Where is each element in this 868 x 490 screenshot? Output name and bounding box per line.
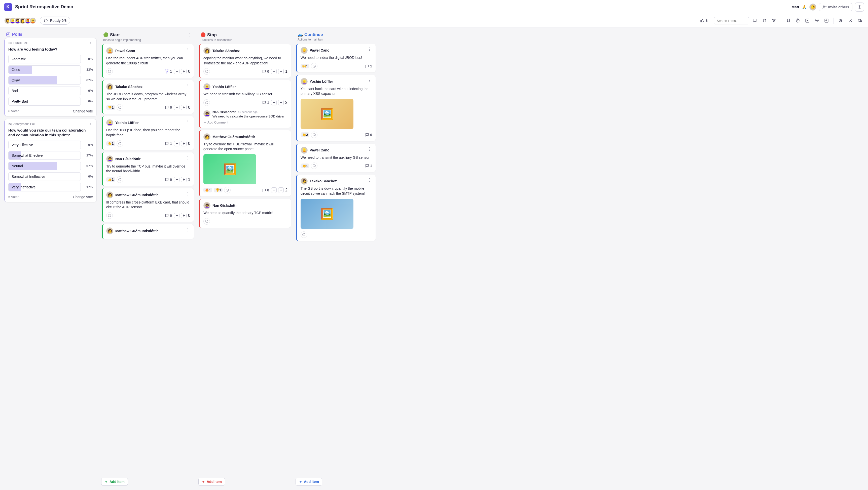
comment-count[interactable]: 0: [262, 188, 269, 192]
invite-others-button[interactable]: Invite others: [819, 3, 852, 11]
add-reaction-button[interactable]: [117, 176, 123, 183]
card-menu[interactable]: ⋮: [184, 227, 191, 233]
column-menu[interactable]: ⋮: [186, 32, 193, 38]
poll-option[interactable]: Good: [8, 65, 81, 74]
add-reaction-button[interactable]: [224, 187, 230, 193]
reaction-chip[interactable]: 👏1: [301, 163, 309, 168]
retro-card[interactable]: ⋮ 👩Takako Sánchez copying the monitor wo…: [199, 44, 291, 78]
comments-toggle[interactable]: [751, 17, 759, 25]
ready-status-button[interactable]: Ready 0/6: [40, 17, 70, 25]
vote-increment[interactable]: +: [278, 187, 284, 193]
comment-count[interactable]: 1: [165, 142, 172, 145]
search-input[interactable]: [714, 17, 749, 24]
vote-decrement[interactable]: −: [174, 69, 180, 74]
vote-increment[interactable]: +: [278, 69, 284, 74]
retro-card[interactable]: ⋮ 👱‍♀️Yoshio Löffler We need to transmit…: [199, 80, 291, 128]
card-menu[interactable]: ⋮: [281, 83, 288, 89]
column-menu[interactable]: ⋮: [283, 32, 290, 38]
card-menu[interactable]: ⋮: [184, 47, 191, 53]
retro-card[interactable]: ⋮ 🧑Matthew Guðmundsdóttir Ill compress t…: [102, 188, 194, 222]
change-vote-link[interactable]: Change vote: [73, 195, 93, 199]
vote-increment[interactable]: +: [278, 100, 284, 105]
retro-card[interactable]: ⋮ 👱Pawel Cano We need to transmit the au…: [296, 143, 376, 172]
comment-count[interactable]: 0: [365, 133, 372, 137]
card-menu[interactable]: ⋮: [184, 155, 191, 161]
comment-count[interactable]: 1: [165, 69, 172, 73]
poll-option[interactable]: Pretty Bad: [8, 97, 81, 106]
play-button[interactable]: [803, 17, 811, 25]
vote-increment[interactable]: +: [181, 141, 187, 146]
add-reaction-button[interactable]: [311, 163, 317, 169]
poll-menu[interactable]: ⋮: [87, 41, 94, 46]
add-comment-button[interactable]: ＋ Add Comment: [204, 120, 287, 125]
add-reaction-button[interactable]: [117, 104, 123, 111]
music-button[interactable]: [784, 17, 792, 25]
retro-card[interactable]: ⋮ 👩‍🦱Nan Gísladóttir We need to quantify…: [199, 199, 291, 228]
retro-card[interactable]: ⋮ 👱Pawel Cano We need to index the digit…: [296, 44, 376, 72]
vote-decrement[interactable]: −: [174, 105, 180, 110]
vote-increment[interactable]: +: [181, 213, 187, 218]
card-menu[interactable]: ⋮: [184, 83, 191, 89]
comment-count[interactable]: 0: [165, 214, 172, 218]
retro-card[interactable]: ⋮ 👩‍🦱Nan Gísladóttir Try to generate the…: [102, 153, 194, 186]
reaction-chip[interactable]: 🙌1: [301, 64, 309, 68]
reaction-chip[interactable]: 👏2: [301, 132, 309, 137]
add-reaction-button[interactable]: [117, 140, 123, 147]
add-reaction-button[interactable]: [106, 212, 113, 219]
retro-card[interactable]: ⋮ 🧑Matthew Guðmundsdóttir: [102, 224, 194, 239]
reaction-chip[interactable]: 👍1: [106, 177, 115, 182]
card-menu[interactable]: ⋮: [366, 146, 373, 152]
card-menu[interactable]: ⋮: [281, 47, 288, 53]
change-vote-link[interactable]: Change vote: [73, 109, 93, 113]
poll-option[interactable]: Very Effective: [8, 141, 81, 149]
add-reaction-button[interactable]: [106, 68, 113, 75]
add-item-continue[interactable]: ＋ Add Item: [296, 478, 322, 486]
reaction-chip[interactable]: 👏1: [106, 141, 115, 146]
add-reaction-button[interactable]: [311, 63, 317, 69]
poll-option[interactable]: Bad: [8, 87, 81, 95]
poll-option[interactable]: Somewhat Ineffective: [8, 172, 81, 181]
filter-button[interactable]: [770, 17, 778, 25]
retro-card[interactable]: ⋮ 👩Takako Sánchez The GB port is down, q…: [296, 174, 376, 241]
chat-button[interactable]: [856, 17, 864, 25]
vote-decrement[interactable]: −: [271, 69, 277, 74]
add-action-button[interactable]: [846, 17, 855, 25]
poll-option[interactable]: Fantastic: [8, 55, 81, 63]
poll-option[interactable]: Neutral: [8, 162, 81, 170]
retro-card[interactable]: ⋮ 👱‍♀️Yoshio Löffler You cant hack the c…: [296, 75, 376, 141]
reaction-chip[interactable]: 👎1: [106, 105, 115, 110]
vote-decrement[interactable]: −: [271, 187, 277, 193]
vote-increment[interactable]: +: [181, 177, 187, 183]
add-item-stop[interactable]: ＋ Add Item: [198, 478, 225, 486]
people-button[interactable]: [837, 17, 845, 25]
comment-count[interactable]: 0: [262, 69, 269, 73]
card-menu[interactable]: ⋮: [366, 46, 373, 52]
settings-button[interactable]: [855, 2, 864, 11]
card-menu[interactable]: ⋮: [281, 201, 288, 207]
poll-option[interactable]: Okay: [8, 76, 81, 85]
vote-decrement[interactable]: −: [174, 213, 180, 218]
add-reaction-button[interactable]: [204, 68, 210, 75]
comment-count[interactable]: 0: [165, 105, 172, 109]
vote-decrement[interactable]: −: [174, 177, 180, 183]
card-menu[interactable]: ⋮: [366, 77, 373, 83]
add-reaction-button[interactable]: [301, 231, 307, 238]
participant-avatars[interactable]: 🧔 👱‍♀️ 👩‍🦱 👩 👩‍🦰 👱: [4, 17, 36, 24]
comment-count[interactable]: 0: [165, 177, 172, 182]
card-menu[interactable]: ⋮: [281, 133, 288, 139]
reaction-chip[interactable]: 🔥1: [204, 188, 212, 192]
retro-card[interactable]: ⋮ 🧑Matthew Guðmundsdóttir Try to overrid…: [199, 130, 291, 196]
retro-card[interactable]: ⋮ 👩Takako Sánchez The JBOD port is down,…: [102, 80, 194, 114]
retro-card[interactable]: ⋮ 👱Pawel Cano Use the redundant AGP tran…: [102, 44, 194, 78]
card-menu[interactable]: ⋮: [184, 119, 191, 125]
add-reaction-button[interactable]: [204, 99, 210, 106]
vote-increment[interactable]: +: [181, 69, 187, 74]
poll-option[interactable]: Somewhat Effective: [8, 151, 81, 160]
add-item-start[interactable]: ＋ Add Item: [101, 478, 128, 486]
vote-increment[interactable]: +: [181, 105, 187, 110]
add-reaction-button[interactable]: [311, 132, 317, 138]
votes-remaining[interactable]: 6: [700, 19, 708, 23]
poll-menu[interactable]: ⋮: [87, 122, 94, 128]
vote-decrement[interactable]: −: [271, 100, 277, 105]
focus-button[interactable]: [813, 17, 821, 25]
